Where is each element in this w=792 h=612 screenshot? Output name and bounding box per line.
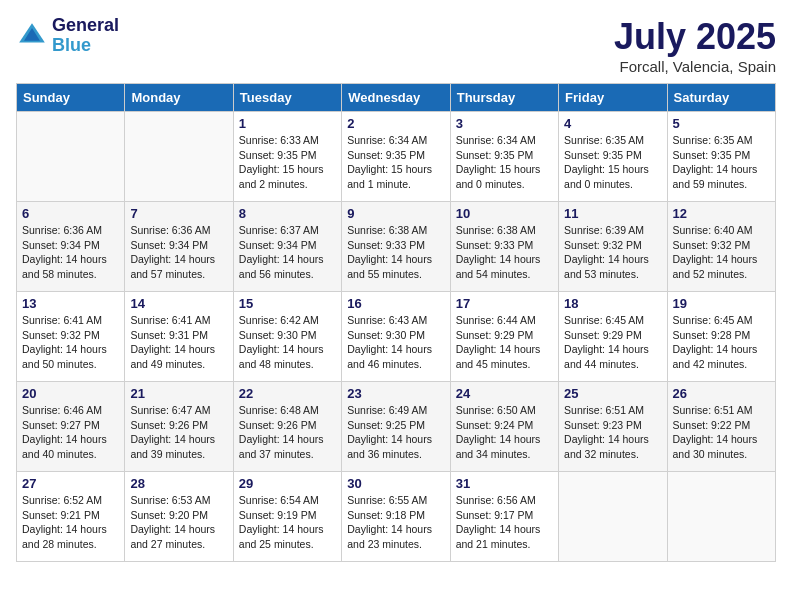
day-info: Sunrise: 6:54 AMSunset: 9:19 PMDaylight:… (239, 493, 336, 552)
day-number: 15 (239, 296, 336, 311)
calendar-cell (559, 472, 667, 562)
day-number: 3 (456, 116, 553, 131)
day-number: 28 (130, 476, 227, 491)
day-number: 2 (347, 116, 444, 131)
day-info: Sunrise: 6:52 AMSunset: 9:21 PMDaylight:… (22, 493, 119, 552)
calendar-cell: 1Sunrise: 6:33 AMSunset: 9:35 PMDaylight… (233, 112, 341, 202)
day-number: 4 (564, 116, 661, 131)
day-info: Sunrise: 6:34 AMSunset: 9:35 PMDaylight:… (347, 133, 444, 192)
day-info: Sunrise: 6:48 AMSunset: 9:26 PMDaylight:… (239, 403, 336, 462)
calendar-cell: 21Sunrise: 6:47 AMSunset: 9:26 PMDayligh… (125, 382, 233, 472)
day-info: Sunrise: 6:39 AMSunset: 9:32 PMDaylight:… (564, 223, 661, 282)
col-header-sunday: Sunday (17, 84, 125, 112)
logo-line2: Blue (52, 36, 119, 56)
calendar-cell: 30Sunrise: 6:55 AMSunset: 9:18 PMDayligh… (342, 472, 450, 562)
day-number: 22 (239, 386, 336, 401)
col-header-saturday: Saturday (667, 84, 775, 112)
month-title: July 2025 (614, 16, 776, 58)
day-info: Sunrise: 6:35 AMSunset: 9:35 PMDaylight:… (673, 133, 770, 192)
calendar-cell: 7Sunrise: 6:36 AMSunset: 9:34 PMDaylight… (125, 202, 233, 292)
calendar-table: SundayMondayTuesdayWednesdayThursdayFrid… (16, 83, 776, 562)
calendar-cell: 12Sunrise: 6:40 AMSunset: 9:32 PMDayligh… (667, 202, 775, 292)
day-number: 1 (239, 116, 336, 131)
day-number: 8 (239, 206, 336, 221)
day-number: 10 (456, 206, 553, 221)
calendar-cell: 29Sunrise: 6:54 AMSunset: 9:19 PMDayligh… (233, 472, 341, 562)
day-info: Sunrise: 6:44 AMSunset: 9:29 PMDaylight:… (456, 313, 553, 372)
calendar-week-row: 1Sunrise: 6:33 AMSunset: 9:35 PMDaylight… (17, 112, 776, 202)
calendar-cell: 18Sunrise: 6:45 AMSunset: 9:29 PMDayligh… (559, 292, 667, 382)
calendar-cell: 26Sunrise: 6:51 AMSunset: 9:22 PMDayligh… (667, 382, 775, 472)
calendar-cell: 17Sunrise: 6:44 AMSunset: 9:29 PMDayligh… (450, 292, 558, 382)
calendar-cell: 27Sunrise: 6:52 AMSunset: 9:21 PMDayligh… (17, 472, 125, 562)
calendar-cell: 23Sunrise: 6:49 AMSunset: 9:25 PMDayligh… (342, 382, 450, 472)
calendar-cell: 3Sunrise: 6:34 AMSunset: 9:35 PMDaylight… (450, 112, 558, 202)
calendar-cell: 10Sunrise: 6:38 AMSunset: 9:33 PMDayligh… (450, 202, 558, 292)
day-info: Sunrise: 6:41 AMSunset: 9:32 PMDaylight:… (22, 313, 119, 372)
day-number: 11 (564, 206, 661, 221)
day-info: Sunrise: 6:55 AMSunset: 9:18 PMDaylight:… (347, 493, 444, 552)
day-info: Sunrise: 6:38 AMSunset: 9:33 PMDaylight:… (456, 223, 553, 282)
col-header-friday: Friday (559, 84, 667, 112)
day-info: Sunrise: 6:56 AMSunset: 9:17 PMDaylight:… (456, 493, 553, 552)
calendar-cell: 9Sunrise: 6:38 AMSunset: 9:33 PMDaylight… (342, 202, 450, 292)
day-info: Sunrise: 6:40 AMSunset: 9:32 PMDaylight:… (673, 223, 770, 282)
day-number: 25 (564, 386, 661, 401)
col-header-wednesday: Wednesday (342, 84, 450, 112)
day-number: 26 (673, 386, 770, 401)
calendar-cell: 6Sunrise: 6:36 AMSunset: 9:34 PMDaylight… (17, 202, 125, 292)
logo: General Blue (16, 16, 119, 56)
calendar-cell: 28Sunrise: 6:53 AMSunset: 9:20 PMDayligh… (125, 472, 233, 562)
calendar-cell: 2Sunrise: 6:34 AMSunset: 9:35 PMDaylight… (342, 112, 450, 202)
calendar-cell: 8Sunrise: 6:37 AMSunset: 9:34 PMDaylight… (233, 202, 341, 292)
col-header-tuesday: Tuesday (233, 84, 341, 112)
day-number: 19 (673, 296, 770, 311)
day-number: 23 (347, 386, 444, 401)
calendar-cell: 31Sunrise: 6:56 AMSunset: 9:17 PMDayligh… (450, 472, 558, 562)
day-info: Sunrise: 6:36 AMSunset: 9:34 PMDaylight:… (130, 223, 227, 282)
day-info: Sunrise: 6:35 AMSunset: 9:35 PMDaylight:… (564, 133, 661, 192)
calendar-week-row: 27Sunrise: 6:52 AMSunset: 9:21 PMDayligh… (17, 472, 776, 562)
calendar-week-row: 13Sunrise: 6:41 AMSunset: 9:32 PMDayligh… (17, 292, 776, 382)
day-info: Sunrise: 6:37 AMSunset: 9:34 PMDaylight:… (239, 223, 336, 282)
calendar-cell (667, 472, 775, 562)
day-number: 29 (239, 476, 336, 491)
calendar-cell: 14Sunrise: 6:41 AMSunset: 9:31 PMDayligh… (125, 292, 233, 382)
calendar-week-row: 20Sunrise: 6:46 AMSunset: 9:27 PMDayligh… (17, 382, 776, 472)
day-info: Sunrise: 6:51 AMSunset: 9:23 PMDaylight:… (564, 403, 661, 462)
day-info: Sunrise: 6:36 AMSunset: 9:34 PMDaylight:… (22, 223, 119, 282)
logo-icon (16, 20, 48, 52)
page-header: General Blue July 2025 Forcall, Valencia… (16, 16, 776, 75)
day-info: Sunrise: 6:41 AMSunset: 9:31 PMDaylight:… (130, 313, 227, 372)
logo-line1: General (52, 16, 119, 36)
day-number: 7 (130, 206, 227, 221)
calendar-cell: 15Sunrise: 6:42 AMSunset: 9:30 PMDayligh… (233, 292, 341, 382)
title-block: July 2025 Forcall, Valencia, Spain (614, 16, 776, 75)
calendar-week-row: 6Sunrise: 6:36 AMSunset: 9:34 PMDaylight… (17, 202, 776, 292)
day-info: Sunrise: 6:34 AMSunset: 9:35 PMDaylight:… (456, 133, 553, 192)
location: Forcall, Valencia, Spain (614, 58, 776, 75)
day-number: 31 (456, 476, 553, 491)
day-info: Sunrise: 6:38 AMSunset: 9:33 PMDaylight:… (347, 223, 444, 282)
calendar-cell: 25Sunrise: 6:51 AMSunset: 9:23 PMDayligh… (559, 382, 667, 472)
day-number: 17 (456, 296, 553, 311)
day-number: 27 (22, 476, 119, 491)
day-number: 21 (130, 386, 227, 401)
day-info: Sunrise: 6:53 AMSunset: 9:20 PMDaylight:… (130, 493, 227, 552)
day-number: 16 (347, 296, 444, 311)
day-number: 18 (564, 296, 661, 311)
logo-text: General Blue (52, 16, 119, 56)
calendar-cell: 13Sunrise: 6:41 AMSunset: 9:32 PMDayligh… (17, 292, 125, 382)
day-number: 5 (673, 116, 770, 131)
calendar-cell: 16Sunrise: 6:43 AMSunset: 9:30 PMDayligh… (342, 292, 450, 382)
calendar-cell: 19Sunrise: 6:45 AMSunset: 9:28 PMDayligh… (667, 292, 775, 382)
day-info: Sunrise: 6:45 AMSunset: 9:28 PMDaylight:… (673, 313, 770, 372)
day-info: Sunrise: 6:45 AMSunset: 9:29 PMDaylight:… (564, 313, 661, 372)
calendar-cell (17, 112, 125, 202)
day-info: Sunrise: 6:33 AMSunset: 9:35 PMDaylight:… (239, 133, 336, 192)
calendar-cell: 22Sunrise: 6:48 AMSunset: 9:26 PMDayligh… (233, 382, 341, 472)
day-info: Sunrise: 6:50 AMSunset: 9:24 PMDaylight:… (456, 403, 553, 462)
day-number: 12 (673, 206, 770, 221)
day-number: 13 (22, 296, 119, 311)
day-number: 20 (22, 386, 119, 401)
